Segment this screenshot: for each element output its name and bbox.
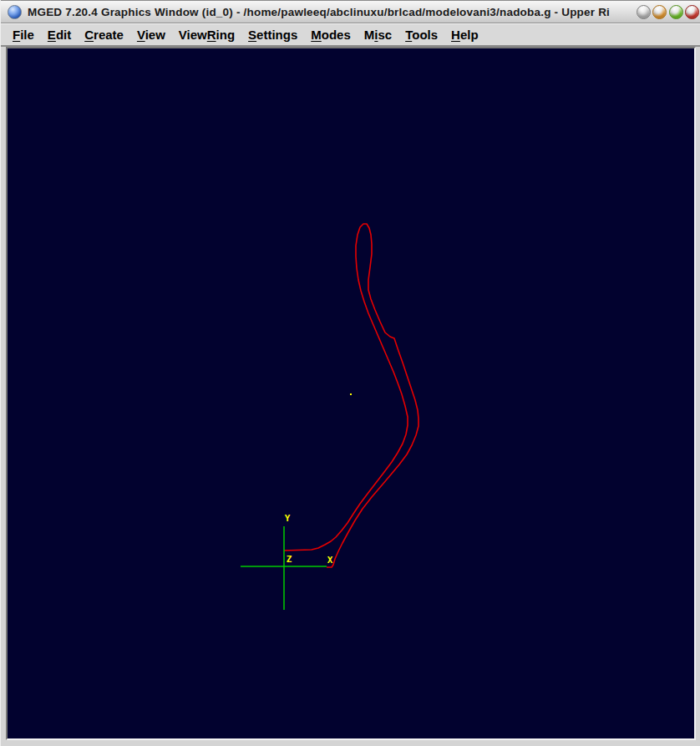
minimize-button[interactable]: [652, 5, 667, 19]
menu-mnemonic: E: [48, 28, 56, 42]
titlebar: MGED 7.20.4 Graphics Window (id_0) - /ho…: [1, 0, 700, 23]
menu-mnemonic: T: [405, 28, 412, 42]
menu-misc[interactable]: Misc: [358, 25, 398, 44]
shade-button[interactable]: [637, 5, 651, 19]
menu-mnemonic: i: [374, 28, 378, 42]
menu-edit[interactable]: Edit: [41, 25, 78, 44]
close-button[interactable]: [685, 5, 699, 19]
menu-mnemonic: V: [137, 28, 145, 42]
window-title: MGED 7.20.4 Graphics Window (id_0) - /ho…: [28, 6, 633, 18]
mged-graphics-window: MGED 7.20.4 Graphics Window (id_0) - /ho…: [0, 0, 700, 746]
menu-mnemonic: F: [13, 28, 20, 42]
window-controls: [633, 5, 700, 19]
menu-help[interactable]: Help: [444, 25, 485, 44]
menu-mnemonic: M: [311, 28, 322, 42]
canvas-frame: [6, 47, 696, 740]
menu-mnemonic: C: [84, 28, 94, 42]
menubar: FileEditCreateViewViewRingSettingsModesM…: [1, 23, 700, 47]
menu-viewring[interactable]: ViewRing: [172, 25, 241, 44]
maximize-button[interactable]: [669, 5, 683, 19]
menu-view[interactable]: View: [130, 25, 172, 44]
menu-modes[interactable]: Modes: [304, 25, 358, 44]
menu-create[interactable]: Create: [78, 25, 130, 44]
menu-tools[interactable]: Tools: [398, 25, 444, 44]
menu-settings[interactable]: Settings: [241, 25, 304, 44]
menu-file[interactable]: File: [6, 25, 41, 44]
menu-mnemonic: S: [248, 28, 256, 42]
menu-mnemonic: H: [451, 28, 460, 42]
menu-mnemonic: R: [207, 28, 216, 42]
graphics-viewport[interactable]: [8, 48, 694, 738]
window-menu-icon[interactable]: [8, 5, 22, 19]
